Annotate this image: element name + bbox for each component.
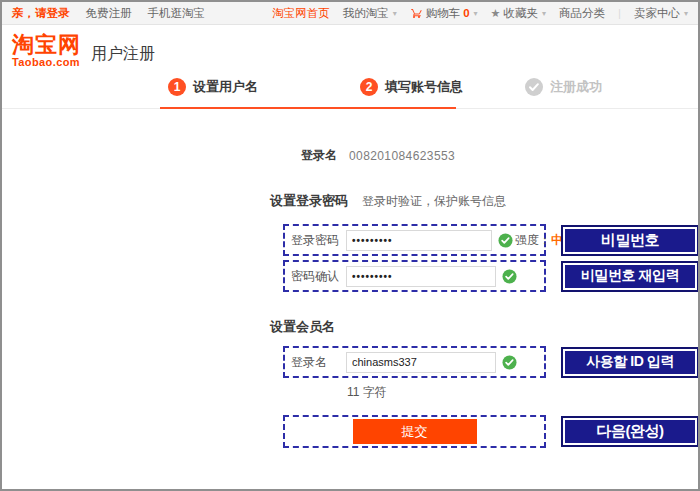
active-steps-underline <box>160 107 456 109</box>
logo-main-text: 淘宝网 <box>12 34 81 56</box>
cart-label: 购物车 <box>426 6 461 21</box>
header: 淘宝网 Taobao.com 用户注册 <box>2 25 698 73</box>
submit-button[interactable]: 提交 <box>353 419 477 444</box>
registration-form: 登录名 008201084623553 设置登录密码 登录时验证，保护账号信息 … <box>2 109 698 448</box>
member-name-input[interactable] <box>346 352 496 373</box>
cart-count: 0 <box>463 7 469 19</box>
topbar-left: 亲，请登录 免费注册 手机逛淘宝 <box>12 6 205 21</box>
valid-check-icon <box>502 269 517 284</box>
annotation-next-ko: 다음(완성) <box>563 418 697 445</box>
login-name-row: 登录名 008201084623553 <box>270 147 698 164</box>
confirm-label: 密码确认 <box>291 268 346 285</box>
my-taobao-link[interactable]: 我的淘宝 ▾ <box>343 6 397 21</box>
char-count: 11 字符 <box>347 384 698 401</box>
password-section-title: 设置登录密码 <box>270 192 348 210</box>
password-row: 登录密码 强度：中 비밀번호 <box>283 224 698 256</box>
divider: | <box>618 7 621 19</box>
step-1-label: 设置用户名 <box>193 78 258 96</box>
login-name-value: 008201084623553 <box>349 149 455 163</box>
step-2-badge: 2 <box>360 78 378 96</box>
strength-value: 中 <box>551 233 563 247</box>
favorites-link[interactable]: ★ 收藏夹 ▾ <box>491 6 546 21</box>
password-section-header: 设置登录密码 登录时验证，保护账号信息 <box>270 192 698 210</box>
valid-check-icon <box>502 355 517 370</box>
confirm-password-row: 密码确认 비밀번호 재입력 <box>283 260 698 292</box>
cart-link[interactable]: 购物车0 ▾ <box>410 6 478 21</box>
valid-check-icon <box>498 233 513 248</box>
annotation-password-ko: 비밀번호 <box>563 227 697 254</box>
member-field-box: 登录名 <box>283 346 546 378</box>
free-register-link[interactable]: 免费注册 <box>86 6 132 21</box>
step-register-success: 注册成功 <box>525 78 602 96</box>
member-section-header: 设置会员名 <box>270 318 698 336</box>
chevron-down-icon: ▾ <box>542 9 546 18</box>
my-taobao-label: 我的淘宝 <box>343 6 389 21</box>
steps-bar: 1 设置用户名 2 填写账号信息 注册成功 <box>2 73 698 109</box>
seller-center-label: 卖家中心 <box>634 6 680 21</box>
password-input[interactable] <box>346 230 492 251</box>
check-circle-icon <box>525 78 543 96</box>
submit-row: 提交 다음(완성) <box>283 415 698 448</box>
confirm-field-box: 密码确认 <box>283 260 546 292</box>
registration-page: 亲，请登录 免费注册 手机逛淘宝 淘宝网首页 我的淘宝 ▾ 购物车0 ▾ ★ 收… <box>0 0 700 491</box>
login-name-label: 登录名 <box>270 147 337 164</box>
topbar: 亲，请登录 免费注册 手机逛淘宝 淘宝网首页 我的淘宝 ▾ 购物车0 ▾ ★ 收… <box>2 2 698 25</box>
member-section-title: 设置会员名 <box>270 318 335 336</box>
star-icon: ★ <box>491 7 501 20</box>
password-label: 登录密码 <box>291 232 346 249</box>
chevron-down-icon: ▾ <box>684 9 688 18</box>
mobile-taobao-link[interactable]: 手机逛淘宝 <box>148 6 206 21</box>
annotation-id-ko: 사용할 ID 입력 <box>563 349 697 376</box>
taobao-home-link[interactable]: 淘宝网首页 <box>272 6 330 21</box>
topbar-right: 淘宝网首页 我的淘宝 ▾ 购物车0 ▾ ★ 收藏夹 ▾ 商品分类 | 卖家中心 <box>272 6 688 21</box>
confirm-password-input[interactable] <box>346 266 496 287</box>
chevron-down-icon: ▾ <box>393 9 397 18</box>
categories-link[interactable]: 商品分类 <box>559 6 605 21</box>
strength-indicator: 强度：中 <box>515 232 563 249</box>
page-title: 用户注册 <box>91 44 155 65</box>
login-link[interactable]: 亲，请登录 <box>12 6 70 21</box>
step-fill-account-info[interactable]: 2 填写账号信息 <box>360 78 463 96</box>
cart-icon <box>410 7 423 19</box>
password-field-box: 登录密码 强度：中 <box>283 224 546 256</box>
seller-center-link[interactable]: 卖家中心 ▾ <box>634 6 688 21</box>
chevron-down-icon: ▾ <box>474 9 478 18</box>
member-label: 登录名 <box>291 354 346 371</box>
password-section-hint: 登录时验证，保护账号信息 <box>362 193 506 210</box>
step-3-label: 注册成功 <box>550 78 602 96</box>
submit-box: 提交 <box>283 415 546 448</box>
member-name-row: 登录名 사용할 ID 입력 <box>283 346 698 378</box>
taobao-logo[interactable]: 淘宝网 Taobao.com <box>12 34 81 68</box>
step-1-badge: 1 <box>168 78 186 96</box>
favorites-label: 收藏夹 <box>503 6 538 21</box>
annotation-confirm-ko: 비밀번호 재입력 <box>563 263 697 290</box>
logo-sub-text: Taobao.com <box>12 57 81 68</box>
step-2-label: 填写账号信息 <box>385 78 463 96</box>
step-set-username[interactable]: 1 设置用户名 <box>168 78 258 96</box>
